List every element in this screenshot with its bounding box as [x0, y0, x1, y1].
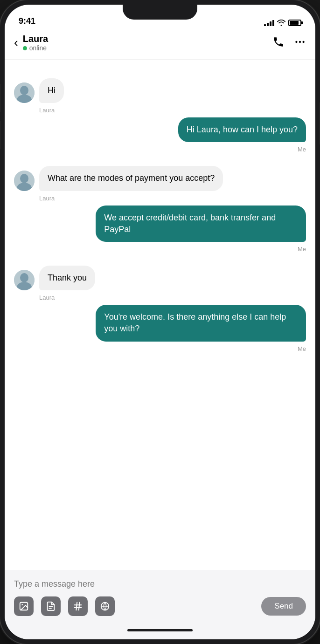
message-group-2: Hi Laura, how can I help you? Me — [14, 117, 306, 153]
contact-name: Laura — [23, 34, 272, 44]
wifi-icon — [277, 20, 285, 26]
message-bubble-2: Hi Laura, how can I help you? — [178, 117, 306, 142]
message-group-4: We accept credit/debit card, bank transf… — [14, 206, 306, 253]
message-group-6: You're welcome. Is there anything else I… — [14, 305, 306, 352]
phone-frame: 9:41 ‹ — [0, 0, 320, 644]
sender-label-2: Me — [14, 146, 306, 153]
sender-label-1: Laura — [39, 107, 306, 114]
message-bubble-5: Thank you — [39, 266, 95, 290]
more-options-button[interactable] — [294, 36, 306, 50]
home-bar — [127, 629, 193, 631]
svg-point-1 — [299, 41, 301, 42]
volume-up-button[interactable] — [0, 84, 0, 112]
chat-header: ‹ Laura online — [5, 29, 315, 60]
message-group-1: Hi Laura — [14, 78, 306, 114]
chat-area: Hi Laura Hi Laura, how can I help you? M… — [5, 60, 315, 570]
message-group-5: Thank you Laura — [14, 266, 306, 301]
back-button[interactable]: ‹ — [14, 35, 18, 50]
message-row-4: We accept credit/debit card, bank transf… — [14, 206, 306, 242]
status-text: online — [29, 44, 47, 52]
header-actions — [272, 36, 306, 50]
message-bubble-4: We accept credit/debit card, bank transf… — [96, 206, 306, 242]
input-toolbar: Send — [14, 595, 306, 616]
message-bubble-3: What are the modes of payment you accept… — [39, 166, 223, 191]
message-input[interactable] — [14, 577, 306, 595]
message-group-3: What are the modes of payment you accept… — [14, 166, 306, 201]
document-attach-button[interactable] — [41, 596, 61, 616]
volume-down-button[interactable] — [0, 121, 0, 149]
message-row-6: You're welcome. Is there anything else I… — [14, 305, 306, 341]
sender-label-6: Me — [14, 345, 306, 352]
battery-icon — [288, 20, 301, 26]
send-button[interactable]: Send — [261, 597, 306, 616]
message-row-1: Hi — [14, 78, 306, 103]
message-bubble-6: You're welcome. Is there anything else I… — [96, 305, 306, 341]
online-status-dot — [23, 46, 27, 50]
phone-call-button[interactable] — [272, 36, 285, 50]
contact-info: Laura online — [23, 34, 272, 52]
sender-label-5: Laura — [39, 294, 306, 301]
avatar-laura-2 — [14, 171, 35, 191]
image-attach-button[interactable] — [14, 596, 34, 616]
svg-point-4 — [20, 86, 28, 95]
message-bubble-1: Hi — [39, 78, 64, 103]
home-indicator — [5, 621, 315, 639]
sender-label-4: Me — [14, 246, 306, 253]
svg-point-2 — [302, 41, 304, 42]
message-row-3: What are the modes of payment you accept… — [14, 166, 306, 191]
message-row-2: Hi Laura, how can I help you? — [14, 117, 306, 142]
notch — [123, 5, 197, 20]
avatar-laura-3 — [14, 270, 35, 290]
status-time: 9:41 — [19, 16, 35, 26]
globe-button[interactable] — [95, 596, 115, 616]
hashtag-button[interactable] — [68, 596, 88, 616]
svg-point-0 — [295, 41, 297, 42]
status-icons — [264, 20, 301, 26]
signal-icon — [264, 20, 274, 26]
avatar-laura-1 — [14, 82, 35, 103]
input-area: Send — [5, 570, 315, 621]
contact-status: online — [23, 44, 272, 52]
message-row-5: Thank you — [14, 266, 306, 290]
svg-point-10 — [20, 273, 28, 282]
svg-point-7 — [20, 174, 28, 183]
phone-screen: 9:41 ‹ — [5, 5, 315, 639]
sender-label-3: Laura — [39, 195, 306, 202]
svg-point-13 — [21, 604, 23, 605]
